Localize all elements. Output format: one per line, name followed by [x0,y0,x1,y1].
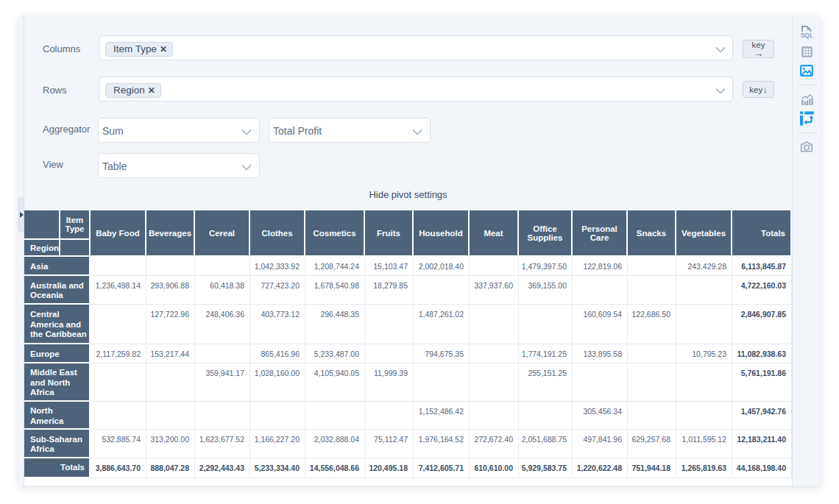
svg-text:SQL: SQL [801,32,813,39]
